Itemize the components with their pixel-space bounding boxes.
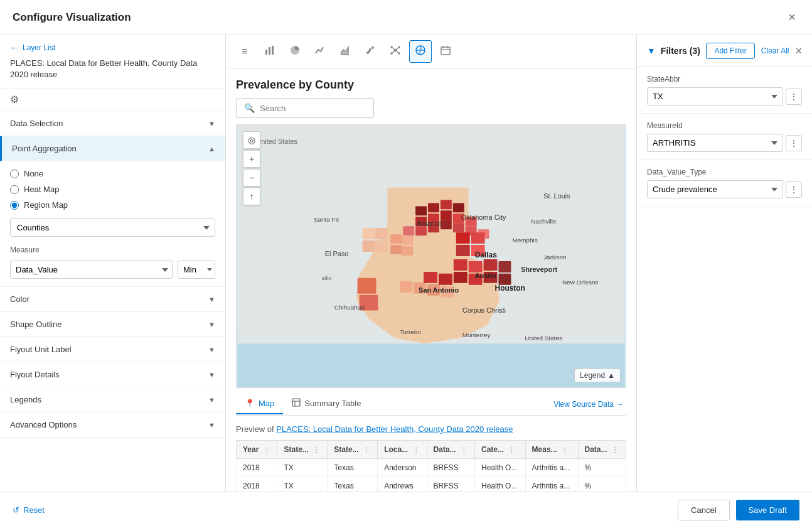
toolbar-map-btn[interactable] <box>409 40 432 63</box>
legends-label: Legends <box>10 395 41 404</box>
flyout-unit-label-header[interactable]: Flyout Unit Label ▼ <box>0 337 225 362</box>
footer-right: Cancel Save Draft <box>678 500 799 520</box>
advanced-options-header[interactable]: Advanced Options ▼ <box>0 412 225 438</box>
filter-measure-select[interactable]: ARTHRITIS <box>647 134 783 152</box>
col-category: Cate... ⋮ <box>475 441 526 459</box>
save-draft-button[interactable]: Save Draft <box>736 500 799 520</box>
svg-rect-61 <box>424 272 437 283</box>
table-cell: Arthritis a... <box>525 459 578 477</box>
col-state-name-menu[interactable]: ⋮ <box>363 446 370 453</box>
viz-toolbar: ≡ <box>226 35 636 68</box>
measure-section: Measure Data_Value Min Max Avg Sum <box>10 245 215 279</box>
measure-agg-dropdown[interactable]: Min Max Avg Sum <box>178 261 215 279</box>
sidebar-dataset-name: PLACES: Local Data for Better Health, Co… <box>10 58 215 80</box>
filter-state-more-button[interactable]: ⋮ <box>786 89 802 105</box>
svg-rect-63 <box>454 272 467 283</box>
filters-title-label: Filters (3) <box>661 46 700 56</box>
radio-heat-map[interactable]: Heat Map <box>10 185 215 194</box>
svg-rect-0 <box>265 50 267 55</box>
reset-button[interactable]: ↺ Reset <box>13 505 45 515</box>
toolbar-scatter-btn[interactable] <box>359 40 382 63</box>
preview-prefix: Preview of <box>236 424 276 434</box>
filter-state-field-name: StateAbbr <box>647 75 802 84</box>
clear-all-button[interactable]: Clear All <box>761 46 789 55</box>
preview-section: Preview of PLACES: Local Data for Better… <box>226 416 636 492</box>
col-location-menu[interactable]: ⋮ <box>413 446 419 453</box>
col-year: Year ⋮ <box>237 441 277 459</box>
radio-region-map[interactable]: Region Map <box>10 200 215 210</box>
radio-none-input[interactable] <box>10 170 19 178</box>
area-chart-icon <box>339 45 351 58</box>
table-cell: Health O... <box>475 477 526 492</box>
svg-rect-45 <box>456 245 470 256</box>
radio-none-label: None <box>24 169 43 178</box>
radio-heat-map-input[interactable] <box>10 185 19 194</box>
filter-data-type-select[interactable]: Crude prevalence <box>647 180 783 198</box>
svg-text:Monterrey: Monterrey <box>462 331 491 338</box>
settings-icon-button[interactable]: ⚙ <box>10 94 19 105</box>
col-category-menu[interactable]: ⋮ <box>508 446 515 453</box>
col-measure-menu[interactable]: ⋮ <box>562 446 568 453</box>
table-cell: 2018 <box>237 459 277 477</box>
flyout-details-header[interactable]: Flyout Details ▼ <box>0 362 225 387</box>
preview-dataset-link[interactable]: PLACES: Local Data for Better Health, Co… <box>276 424 513 434</box>
table-cell: % <box>578 477 626 492</box>
reset-label: Reset <box>23 505 45 515</box>
col-measure: Meas... ⋮ <box>525 441 578 459</box>
map-search-box[interactable]: 🔍 <box>236 98 374 118</box>
flyout-unit-chevron: ▼ <box>208 346 215 353</box>
col-state-abbr-menu[interactable]: ⋮ <box>313 446 319 453</box>
point-aggregation-header[interactable]: Point Aggregation ▲ <box>0 136 225 161</box>
svg-rect-52 <box>375 228 387 239</box>
measure-field-dropdown[interactable]: Data_Value <box>10 261 173 279</box>
filters-close-button[interactable]: × <box>795 45 802 58</box>
cancel-button[interactable]: Cancel <box>678 500 729 520</box>
map-search-input[interactable] <box>260 104 366 113</box>
view-source-link[interactable]: View Source Data → <box>553 400 626 409</box>
table-cell: Andrews <box>378 477 427 492</box>
radio-none[interactable]: None <box>10 169 215 178</box>
color-label: Color <box>10 294 29 304</box>
close-button[interactable]: × <box>784 9 799 26</box>
data-selection-header[interactable]: Data Selection ▼ <box>0 111 225 136</box>
svg-rect-49 <box>390 245 402 254</box>
region-type-dropdown[interactable]: Counties States Zip Codes <box>10 218 215 237</box>
shape-outline-header[interactable]: Shape Outline ▼ <box>0 312 225 337</box>
filter-measure-more-button[interactable]: ⋮ <box>786 135 802 151</box>
toolbar-bar-btn[interactable] <box>259 40 281 63</box>
radio-region-map-input[interactable] <box>10 201 19 210</box>
zoom-out-button[interactable]: − <box>243 169 260 186</box>
svg-rect-64 <box>454 259 467 271</box>
svg-text:Shreveport: Shreveport <box>521 266 557 273</box>
toolbar-area-btn[interactable] <box>334 40 356 63</box>
tab-map[interactable]: 📍 Map <box>236 394 283 414</box>
back-arrow-icon: ← <box>10 43 19 53</box>
viz-area: Prevalence by County 🔍 <box>226 68 636 492</box>
toolbar-pie-btn[interactable] <box>284 40 306 63</box>
legends-header[interactable]: Legends ▼ <box>0 387 225 412</box>
table-cell: BRFSS <box>427 477 474 492</box>
zoom-in-button[interactable]: + <box>243 150 260 168</box>
back-link[interactable]: ← Layer List <box>10 43 215 53</box>
locate-button[interactable]: ◎ <box>243 131 260 149</box>
svg-rect-30 <box>453 203 464 212</box>
col-data-value-menu[interactable]: ⋮ <box>612 446 618 453</box>
color-chevron: ▼ <box>208 296 215 303</box>
col-data-source-menu[interactable]: ⋮ <box>461 446 467 453</box>
filter-data-type-more-button[interactable]: ⋮ <box>786 181 802 198</box>
col-year-menu[interactable]: ⋮ <box>264 446 270 453</box>
svg-rect-29 <box>441 200 452 209</box>
tab-summary-table[interactable]: Summary Table <box>283 393 370 415</box>
toolbar-calendar-btn[interactable] <box>434 40 457 63</box>
svg-text:Houston: Houston <box>495 284 525 293</box>
reset-icon: ↺ <box>13 505 19 515</box>
toolbar-filter-btn[interactable]: ≡ <box>233 40 256 63</box>
toolbar-network-btn[interactable] <box>384 40 407 63</box>
filter-state-select[interactable]: TX <box>647 87 783 105</box>
add-filter-button[interactable]: Add Filter <box>706 43 754 59</box>
map-legend-toggle[interactable]: Legend ▲ <box>574 369 621 382</box>
svg-rect-53 <box>363 240 375 252</box>
reset-north-button[interactable]: ↑ <box>243 188 260 205</box>
color-section-header[interactable]: Color ▼ <box>0 287 225 312</box>
toolbar-line-btn[interactable] <box>309 40 331 63</box>
